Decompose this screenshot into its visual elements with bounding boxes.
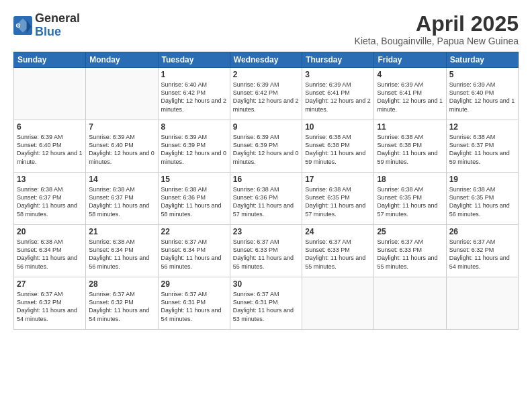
cell-info: Sunrise: 6:38 AM Sunset: 6:34 PM Dayligh… [89, 238, 154, 271]
table-row: 20Sunrise: 6:38 AM Sunset: 6:34 PM Dayli… [14, 225, 86, 277]
table-row [86, 68, 158, 120]
day-number: 15 [161, 175, 227, 184]
title-block: April 2025 Kieta, Bougainville, Papua Ne… [355, 12, 519, 46]
cell-info: Sunrise: 6:39 AM Sunset: 6:41 PM Dayligh… [377, 81, 443, 113]
day-number: 7 [89, 122, 154, 132]
calendar-week-row: 20Sunrise: 6:38 AM Sunset: 6:34 PM Dayli… [14, 225, 519, 277]
cell-info: Sunrise: 6:38 AM Sunset: 6:38 PM Dayligh… [305, 133, 371, 166]
calendar-table: Sunday Monday Tuesday Wednesday Thursday… [13, 52, 519, 330]
logo: G General Blue [13, 12, 80, 39]
header-tuesday: Tuesday [158, 52, 230, 68]
table-row: 16Sunrise: 6:38 AM Sunset: 6:36 PM Dayli… [230, 173, 302, 225]
cell-info: Sunrise: 6:37 AM Sunset: 6:33 PM Dayligh… [377, 238, 443, 271]
table-row [374, 277, 446, 330]
table-row: 23Sunrise: 6:37 AM Sunset: 6:33 PM Dayli… [230, 225, 302, 277]
table-row: 4Sunrise: 6:39 AM Sunset: 6:41 PM Daylig… [374, 68, 446, 120]
table-row: 6Sunrise: 6:39 AM Sunset: 6:40 PM Daylig… [14, 120, 86, 173]
header-wednesday: Wednesday [230, 52, 302, 68]
cell-info: Sunrise: 6:38 AM Sunset: 6:34 PM Dayligh… [17, 238, 83, 271]
table-row: 25Sunrise: 6:37 AM Sunset: 6:33 PM Dayli… [374, 225, 446, 277]
header-sunday: Sunday [14, 52, 86, 68]
day-number: 29 [161, 279, 227, 289]
day-number: 6 [17, 122, 83, 132]
header-thursday: Thursday [302, 52, 374, 68]
day-number: 20 [17, 227, 83, 236]
day-number: 27 [17, 279, 83, 289]
day-number: 4 [377, 70, 443, 79]
table-row: 7Sunrise: 6:39 AM Sunset: 6:40 PM Daylig… [86, 120, 158, 173]
cell-info: Sunrise: 6:37 AM Sunset: 6:33 PM Dayligh… [233, 238, 299, 271]
cell-info: Sunrise: 6:39 AM Sunset: 6:39 PM Dayligh… [161, 133, 227, 166]
day-number: 3 [305, 70, 371, 79]
table-row: 19Sunrise: 6:38 AM Sunset: 6:35 PM Dayli… [446, 173, 518, 225]
table-row: 2Sunrise: 6:39 AM Sunset: 6:42 PM Daylig… [230, 68, 302, 120]
cell-info: Sunrise: 6:38 AM Sunset: 6:37 PM Dayligh… [449, 133, 515, 166]
day-number: 10 [305, 122, 371, 132]
header-saturday: Saturday [446, 52, 518, 68]
day-number: 28 [89, 279, 154, 289]
cell-info: Sunrise: 6:39 AM Sunset: 6:40 PM Dayligh… [17, 133, 83, 166]
table-row: 28Sunrise: 6:37 AM Sunset: 6:32 PM Dayli… [86, 277, 158, 330]
svg-text:G: G [16, 22, 21, 29]
location-text: Kieta, Bougainville, Papua New Guinea [355, 36, 519, 46]
table-row: 12Sunrise: 6:38 AM Sunset: 6:37 PM Dayli… [446, 120, 518, 173]
table-row: 10Sunrise: 6:38 AM Sunset: 6:38 PM Dayli… [302, 120, 374, 173]
table-row: 29Sunrise: 6:37 AM Sunset: 6:31 PM Dayli… [158, 277, 230, 330]
logo-blue-text: Blue [35, 26, 80, 39]
cell-info: Sunrise: 6:38 AM Sunset: 6:37 PM Dayligh… [17, 185, 83, 218]
table-row: 5Sunrise: 6:39 AM Sunset: 6:40 PM Daylig… [446, 68, 518, 120]
cell-info: Sunrise: 6:39 AM Sunset: 6:42 PM Dayligh… [233, 81, 299, 113]
cell-info: Sunrise: 6:38 AM Sunset: 6:38 PM Dayligh… [377, 133, 443, 166]
cell-info: Sunrise: 6:40 AM Sunset: 6:42 PM Dayligh… [161, 81, 227, 113]
calendar-week-row: 1Sunrise: 6:40 AM Sunset: 6:42 PM Daylig… [14, 68, 519, 120]
day-number: 24 [305, 227, 371, 236]
day-number: 22 [161, 227, 227, 236]
cell-info: Sunrise: 6:37 AM Sunset: 6:32 PM Dayligh… [89, 290, 154, 323]
cell-info: Sunrise: 6:37 AM Sunset: 6:33 PM Dayligh… [305, 238, 371, 271]
table-row: 8Sunrise: 6:39 AM Sunset: 6:39 PM Daylig… [158, 120, 230, 173]
table-row: 18Sunrise: 6:38 AM Sunset: 6:35 PM Dayli… [374, 173, 446, 225]
cell-info: Sunrise: 6:39 AM Sunset: 6:39 PM Dayligh… [233, 133, 299, 166]
day-number: 8 [161, 122, 227, 132]
cell-info: Sunrise: 6:37 AM Sunset: 6:32 PM Dayligh… [449, 238, 515, 271]
day-number: 18 [377, 175, 443, 184]
table-row: 3Sunrise: 6:39 AM Sunset: 6:41 PM Daylig… [302, 68, 374, 120]
table-row [14, 68, 86, 120]
table-row: 21Sunrise: 6:38 AM Sunset: 6:34 PM Dayli… [86, 225, 158, 277]
cell-info: Sunrise: 6:37 AM Sunset: 6:32 PM Dayligh… [17, 290, 83, 323]
month-year-title: April 2025 [355, 12, 519, 36]
table-row [446, 277, 518, 330]
day-number: 17 [305, 175, 371, 184]
calendar-week-row: 6Sunrise: 6:39 AM Sunset: 6:40 PM Daylig… [14, 120, 519, 173]
cell-info: Sunrise: 6:38 AM Sunset: 6:35 PM Dayligh… [305, 185, 371, 218]
cell-info: Sunrise: 6:37 AM Sunset: 6:34 PM Dayligh… [161, 238, 227, 271]
day-number: 19 [449, 175, 515, 184]
day-number: 25 [377, 227, 443, 236]
logo-icon: G [13, 16, 32, 35]
logo-general-text: General [35, 12, 80, 26]
cell-info: Sunrise: 6:38 AM Sunset: 6:37 PM Dayligh… [89, 185, 154, 218]
calendar-week-row: 13Sunrise: 6:38 AM Sunset: 6:37 PM Dayli… [14, 173, 519, 225]
cell-info: Sunrise: 6:38 AM Sunset: 6:35 PM Dayligh… [449, 185, 515, 218]
day-number: 1 [161, 70, 227, 79]
day-number: 5 [449, 70, 515, 79]
calendar-week-row: 27Sunrise: 6:37 AM Sunset: 6:32 PM Dayli… [14, 277, 519, 330]
header-friday: Friday [374, 52, 446, 68]
day-number: 23 [233, 227, 299, 236]
cell-info: Sunrise: 6:38 AM Sunset: 6:35 PM Dayligh… [377, 185, 443, 218]
cell-info: Sunrise: 6:39 AM Sunset: 6:40 PM Dayligh… [89, 133, 154, 166]
table-row: 30Sunrise: 6:37 AM Sunset: 6:31 PM Dayli… [230, 277, 302, 330]
table-row: 27Sunrise: 6:37 AM Sunset: 6:32 PM Dayli… [14, 277, 86, 330]
cell-info: Sunrise: 6:37 AM Sunset: 6:31 PM Dayligh… [161, 290, 227, 323]
day-number: 14 [89, 175, 154, 184]
page: G General Blue April 2025 Kieta, Bougain… [0, 0, 532, 411]
header: G General Blue April 2025 Kieta, Bougain… [13, 12, 519, 46]
table-row: 24Sunrise: 6:37 AM Sunset: 6:33 PM Dayli… [302, 225, 374, 277]
table-row: 1Sunrise: 6:40 AM Sunset: 6:42 PM Daylig… [158, 68, 230, 120]
calendar-header-row: Sunday Monday Tuesday Wednesday Thursday… [14, 52, 519, 68]
table-row: 17Sunrise: 6:38 AM Sunset: 6:35 PM Dayli… [302, 173, 374, 225]
day-number: 16 [233, 175, 299, 184]
table-row: 26Sunrise: 6:37 AM Sunset: 6:32 PM Dayli… [446, 225, 518, 277]
header-monday: Monday [86, 52, 158, 68]
cell-info: Sunrise: 6:38 AM Sunset: 6:36 PM Dayligh… [233, 185, 299, 218]
